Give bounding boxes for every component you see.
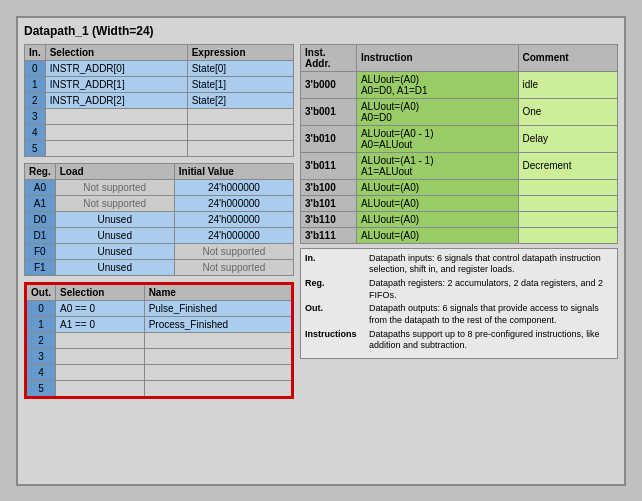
out-selection: A1 == 0 <box>56 316 145 332</box>
out-row: 4 <box>26 364 293 380</box>
input-col-in: In. <box>25 44 46 60</box>
inst-comment <box>518 179 617 195</box>
input-idx: 1 <box>25 76 46 92</box>
inst-table: Inst. Addr. Instruction Comment 3'b000 A… <box>300 44 618 244</box>
out-name <box>144 364 292 380</box>
input-row: 0 INSTR_ADDR[0] State[0] <box>25 60 294 76</box>
input-expression: State[0] <box>187 60 293 76</box>
input-expression: State[1] <box>187 76 293 92</box>
inst-addr: 3'b100 <box>301 179 357 195</box>
reg-value: 24'h000000 <box>174 211 293 227</box>
inst-comment <box>518 227 617 243</box>
inst-instr: ALUout=(A0) <box>356 211 518 227</box>
right-column: Inst. Addr. Instruction Comment 3'b000 A… <box>300 44 618 476</box>
legend-row: Reg. Datapath registers: 2 accumulators,… <box>305 278 613 301</box>
inst-instr: ALUout=(A0)A0=D0 <box>356 98 518 125</box>
legend-row: Out. Datapath outputs: 6 signals that pr… <box>305 303 613 326</box>
input-idx: 3 <box>25 108 46 124</box>
reg-reg: F1 <box>25 259 56 275</box>
input-expression: State[2] <box>187 92 293 108</box>
out-idx: 1 <box>26 316 56 332</box>
out-idx: 5 <box>26 380 56 397</box>
input-idx: 0 <box>25 60 46 76</box>
input-row: 4 <box>25 124 294 140</box>
left-column: In. Selection Expression 0 INSTR_ADDR[0]… <box>24 44 294 476</box>
legend-row: Instructions Datapaths support up to 8 p… <box>305 329 613 352</box>
reg-col-reg: Reg. <box>25 163 56 179</box>
reg-value: 24'h000000 <box>174 227 293 243</box>
inst-col-instr: Instruction <box>356 44 518 71</box>
out-selection <box>56 380 145 397</box>
outer-container: Datapath_1 (Width=24) In. Selection Expr… <box>0 0 642 501</box>
input-idx: 5 <box>25 140 46 156</box>
inst-instr: ALUout=(A0) <box>356 227 518 243</box>
reg-value: Not supported <box>174 259 293 275</box>
reg-row: A1 Not supported 24'h000000 <box>25 195 294 211</box>
input-row: 2 INSTR_ADDR[2] State[2] <box>25 92 294 108</box>
inst-instr: ALUout=(A1 - 1)A1=ALUout <box>356 152 518 179</box>
out-idx: 2 <box>26 332 56 348</box>
reg-reg: D0 <box>25 211 56 227</box>
inst-comment <box>518 195 617 211</box>
input-expression <box>187 124 293 140</box>
input-col-expression: Expression <box>187 44 293 60</box>
out-selection <box>56 348 145 364</box>
inst-addr: 3'b101 <box>301 195 357 211</box>
inst-row: 3'b101 ALUout=(A0) <box>301 195 618 211</box>
out-col-selection: Selection <box>56 283 145 300</box>
inst-row: 3'b011 ALUout=(A1 - 1)A1=ALUout Decremen… <box>301 152 618 179</box>
out-selection <box>56 364 145 380</box>
legend-panel: In. Datapath inputs: 6 signals that cont… <box>300 248 618 360</box>
reg-load: Not supported <box>55 195 174 211</box>
inst-comment: idle <box>518 71 617 98</box>
inst-addr: 3'b011 <box>301 152 357 179</box>
content-layout: In. Selection Expression 0 INSTR_ADDR[0]… <box>24 44 618 476</box>
reg-reg: D1 <box>25 227 56 243</box>
legend-row: In. Datapath inputs: 6 signals that cont… <box>305 253 613 276</box>
out-idx: 3 <box>26 348 56 364</box>
inst-comment: Decrement <box>518 152 617 179</box>
reg-load: Unused <box>55 259 174 275</box>
input-expression <box>187 140 293 156</box>
out-row: 5 <box>26 380 293 397</box>
inst-row: 3'b000 ALUout=(A0)A0=D0, A1=D1 idle <box>301 71 618 98</box>
out-table: Out. Selection Name 0 A0 == 0 Pulse_Fini… <box>24 282 294 399</box>
inst-row: 3'b111 ALUout=(A0) <box>301 227 618 243</box>
inst-row: 3'b010 ALUout=(A0 - 1)A0=ALUout Delay <box>301 125 618 152</box>
inst-instr: ALUout=(A0)A0=D0, A1=D1 <box>356 71 518 98</box>
out-row: 1 A1 == 0 Process_Finished <box>26 316 293 332</box>
out-row: 0 A0 == 0 Pulse_Finished <box>26 300 293 316</box>
input-expression <box>187 108 293 124</box>
inst-instr: ALUout=(A0 - 1)A0=ALUout <box>356 125 518 152</box>
inst-addr: 3'b001 <box>301 98 357 125</box>
inst-comment <box>518 211 617 227</box>
reg-row: D1 Unused 24'h000000 <box>25 227 294 243</box>
inst-comment: Delay <box>518 125 617 152</box>
out-name <box>144 380 292 397</box>
legend-key: Reg. <box>305 278 365 301</box>
input-selection <box>45 108 187 124</box>
input-selection <box>45 124 187 140</box>
reg-load: Not supported <box>55 179 174 195</box>
reg-row: F1 Unused Not supported <box>25 259 294 275</box>
inst-addr: 3'b110 <box>301 211 357 227</box>
inst-addr: 3'b010 <box>301 125 357 152</box>
legend-key: In. <box>305 253 365 276</box>
reg-col-load: Load <box>55 163 174 179</box>
out-row: 2 <box>26 332 293 348</box>
legend-value: Datapath registers: 2 accumulators, 2 da… <box>369 278 613 301</box>
reg-value: Not supported <box>174 243 293 259</box>
input-selection <box>45 140 187 156</box>
out-row: 3 <box>26 348 293 364</box>
inst-comment: One <box>518 98 617 125</box>
reg-row: A0 Not supported 24'h000000 <box>25 179 294 195</box>
out-selection <box>56 332 145 348</box>
input-selection: INSTR_ADDR[1] <box>45 76 187 92</box>
reg-value: 24'h000000 <box>174 195 293 211</box>
input-col-selection: Selection <box>45 44 187 60</box>
input-table: In. Selection Expression 0 INSTR_ADDR[0]… <box>24 44 294 157</box>
input-idx: 2 <box>25 92 46 108</box>
reg-table: Reg. Load Initial Value A0 Not supported… <box>24 163 294 276</box>
inst-row: 3'b100 ALUout=(A0) <box>301 179 618 195</box>
inst-col-comment: Comment <box>518 44 617 71</box>
